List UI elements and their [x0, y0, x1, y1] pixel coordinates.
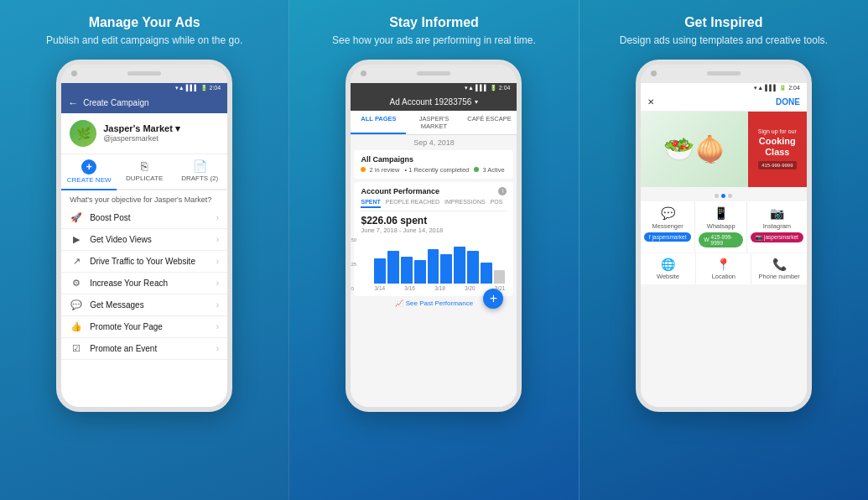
- food-emoji: 🥗🧅: [663, 134, 725, 164]
- camera-dot: [71, 70, 77, 76]
- messenger-btn[interactable]: f jaspersmarket: [644, 232, 692, 242]
- instagram-btn[interactable]: 📷 jaspersmarket: [751, 232, 803, 242]
- center-nav-bar: Ad Account 19283756 ▾: [351, 93, 517, 111]
- bar-9: [481, 263, 492, 284]
- tab-all-pages[interactable]: ALL PAGES: [351, 111, 406, 134]
- list-item[interactable]: ⚙ Increase Your Reach ›: [61, 273, 227, 294]
- wifi-icon: ▾▲: [175, 85, 185, 91]
- list-item[interactable]: ↗ Drive Traffic to Your Website ›: [61, 251, 227, 273]
- list-item[interactable]: 💬 Get Messages ›: [61, 294, 227, 316]
- action-row: + CREATE NEW ⎘ DUPLICATE 📄 DRAFTS (2): [61, 154, 227, 190]
- phone-top-bar: [61, 65, 227, 83]
- whatsapp-btn[interactable]: W 415-999-9999: [699, 232, 743, 247]
- bar-chart: [372, 237, 507, 284]
- bar-10: [494, 270, 506, 283]
- tab-spent[interactable]: SPENT: [361, 199, 380, 208]
- dot-2[interactable]: [721, 194, 725, 198]
- chart-container: 50 25 0: [361, 237, 507, 291]
- left-subtitle: Publish and edit campaigns while on the …: [46, 34, 242, 48]
- list-item[interactable]: 👍 Promote Your Page ›: [61, 316, 227, 338]
- dot-3[interactable]: [728, 194, 732, 198]
- campaigns-stats: 2 in review • 1 Recently completed 3 Act…: [361, 166, 507, 174]
- list-item[interactable]: ☑ Promote an Event ›: [61, 338, 227, 360]
- location-icon: 📍: [716, 258, 730, 271]
- phone-label: Phone number: [759, 273, 800, 280]
- time-display: 2:04: [499, 85, 511, 91]
- dropdown-icon[interactable]: ▾: [475, 98, 478, 106]
- messages-icon: 💬: [70, 299, 83, 310]
- wifi-icon: ▾▲: [754, 85, 763, 91]
- center-screen: ▾▲ ▌▌▌ 🔋 2:04 Ad Account 19283756 ▾ ALL …: [351, 83, 517, 407]
- bar-7: [454, 247, 465, 284]
- list-item[interactable]: 🚀 Boost Post ›: [61, 207, 227, 229]
- profile-handle: @jaspersmarket: [103, 134, 180, 143]
- reach-icon: ⚙: [70, 278, 83, 289]
- pagination-dots: [641, 190, 807, 201]
- battery-icon: 🔋: [200, 85, 208, 91]
- tab-jaspers-market[interactable]: JASPER'S MARKET: [406, 111, 461, 134]
- tab-people-reached[interactable]: PEOPLE REACHED: [386, 199, 439, 208]
- footer-phone: 📞 Phone number: [751, 253, 806, 284]
- placement-whatsapp: 📱 Whatsapp W 415-999-9999: [695, 201, 746, 253]
- battery-icon: 🔋: [490, 85, 497, 91]
- bar-4: [414, 260, 426, 284]
- reach-label: Increase Your Reach: [90, 279, 210, 288]
- ad-preview: 🥗🧅 Sign up for our Cooking Class 415-999…: [641, 112, 807, 187]
- nav-title: Create Campaign: [83, 98, 148, 107]
- list-item[interactable]: ▶ Get Video Views ›: [61, 229, 227, 251]
- left-content: 🌿 Jasper's Market ▾ @jaspersmarket + CRE…: [61, 113, 227, 407]
- close-icon[interactable]: ✕: [647, 97, 654, 107]
- perf-tabs: SPENT PEOPLE REACHED IMPRESSIONS POS: [361, 199, 507, 211]
- duplicate-btn[interactable]: ⎘ DUPLICATE: [117, 159, 172, 189]
- back-icon[interactable]: ←: [68, 97, 78, 109]
- signal-icon: ▌▌▌: [476, 85, 488, 91]
- status-icons: ▾▲ ▌▌▌ 🔋 2:04: [754, 85, 799, 91]
- duplicate-icon: ⎘: [141, 159, 148, 173]
- center-subtitle: See how your ads are performing in real …: [332, 34, 536, 48]
- profile-info: Jasper's Market ▾ @jaspersmarket: [103, 123, 180, 143]
- spent-date: June 7, 2018 - June 14, 2018: [361, 227, 507, 234]
- drafts-btn[interactable]: 📄 DRAFTS (2): [172, 159, 227, 189]
- info-icon[interactable]: i: [498, 187, 507, 195]
- instagram-label: Instagram: [763, 222, 791, 230]
- chevron-icon: ›: [216, 257, 219, 266]
- tab-cafe-escape[interactable]: CAFÉ ESCAPE: [461, 111, 517, 134]
- event-icon: ☑: [70, 343, 83, 354]
- ad-image: 🥗🧅 Sign up for our Cooking Class 415-999…: [641, 112, 807, 187]
- status-bar: ▾▲ ▌▌▌ 🔋 2:04: [351, 83, 517, 93]
- tab-pos[interactable]: POS: [491, 199, 503, 208]
- account-title[interactable]: Ad Account 19283756: [390, 97, 472, 107]
- objective-label: What's your objective for Jasper's Marke…: [61, 190, 227, 207]
- ad-signup-text: Sign up for our: [758, 128, 797, 135]
- profile-name[interactable]: Jasper's Market ▾: [103, 123, 180, 134]
- chevron-icon: ›: [216, 300, 219, 310]
- y-axis-labels: 50 25 0: [351, 237, 356, 291]
- speaker: [707, 71, 741, 76]
- messenger-icon: 💬: [661, 206, 675, 220]
- bar-5: [428, 249, 439, 284]
- done-button[interactable]: DONE: [776, 97, 800, 107]
- spent-amount: $226.06 spent: [361, 215, 507, 227]
- boost-label: Boost Post: [90, 213, 210, 222]
- chart-icon: 📈: [395, 299, 403, 307]
- create-new-btn[interactable]: + CREATE NEW: [61, 159, 117, 190]
- tab-impressions[interactable]: IMPRESSIONS: [444, 199, 486, 208]
- avatar: 🌿: [70, 120, 96, 147]
- chevron-icon: ›: [216, 322, 219, 331]
- center-content: Sep 4, 2018 All Campaigns 2 in review • …: [351, 135, 517, 407]
- right-title: Get Inspired: [684, 15, 762, 30]
- signal-icon: ▌▌▌: [186, 85, 199, 91]
- orange-dot: [361, 167, 366, 172]
- fab-container: +: [354, 310, 513, 319]
- promote-label: Promote Your Page: [90, 322, 210, 331]
- ad-phone-btn[interactable]: 415-999-9999: [758, 161, 796, 169]
- status-icons: ▾▲ ▌▌▌ 🔋 2:04: [175, 85, 221, 91]
- phone-icon: 📞: [772, 258, 787, 271]
- whatsapp-label: Whatsapp: [707, 222, 735, 230]
- dot-1[interactable]: [715, 194, 719, 198]
- speaker: [417, 71, 450, 76]
- placement-grid: 💬 Messenger f jaspersmarket 📱 Whatsapp W…: [641, 201, 807, 253]
- messages-label: Get Messages: [90, 300, 210, 310]
- chevron-icon: ›: [216, 213, 219, 222]
- bar-8: [467, 251, 479, 284]
